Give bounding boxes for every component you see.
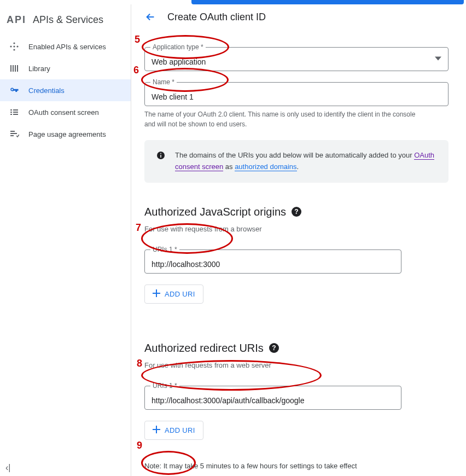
field-label: Name *: [150, 78, 177, 86]
sidebar-item-page-usage[interactable]: Page usage agreements: [0, 123, 131, 145]
key-icon: [9, 85, 20, 96]
agreements-icon: [9, 129, 20, 140]
info-banner: The domains of the URIs you add below wi…: [144, 140, 448, 183]
diamond-icon: [9, 41, 20, 52]
info-text-pre: The domains of the URIs you add below wi…: [175, 151, 414, 159]
svg-rect-15: [10, 131, 15, 132]
svg-point-1: [10, 45, 11, 47]
svg-rect-9: [10, 109, 12, 111]
field-label: URIs 1 *: [150, 246, 179, 253]
svg-rect-19: [160, 155, 161, 158]
redirect-uri-input[interactable]: [152, 396, 394, 405]
svg-rect-6: [13, 65, 14, 72]
svg-rect-13: [10, 114, 12, 115]
sidebar-item-credentials[interactable]: Credentials: [0, 79, 131, 101]
sidebar-item-label: OAuth consent screen: [28, 108, 99, 117]
plus-icon: [153, 426, 160, 435]
svg-point-2: [16, 45, 18, 47]
name-input[interactable]: [152, 92, 441, 101]
help-icon[interactable]: ?: [269, 343, 279, 353]
sidebar-title: APIs & Services: [33, 14, 103, 26]
add-uri-label: ADD URI: [165, 290, 195, 298]
back-arrow-icon[interactable]: [144, 11, 156, 23]
add-uri-label: ADD URI: [165, 426, 195, 434]
svg-rect-7: [15, 65, 16, 72]
add-redirect-uri-button[interactable]: ADD URI: [144, 421, 203, 440]
redirect-uri-field[interactable]: URIs 1 *: [144, 386, 401, 410]
field-label: Application type *: [150, 43, 206, 51]
name-field-wrap: Name * The name of your OAuth 2.0 client…: [144, 82, 448, 129]
svg-rect-14: [13, 114, 18, 115]
collapse-sidebar-icon[interactable]: ‹|: [5, 463, 10, 473]
svg-rect-10: [13, 109, 18, 111]
redirect-uris-desc: For use with requests from a web server: [144, 361, 448, 369]
svg-point-4: [13, 45, 15, 47]
svg-point-3: [13, 49, 15, 50]
authorized-domains-link[interactable]: authorized domains: [235, 162, 296, 171]
sidebar-header: API APIs & Services: [0, 8, 131, 36]
js-origin-uri-field[interactable]: URIs 1 *: [144, 249, 401, 274]
consent-icon: [9, 107, 20, 118]
svg-point-20: [160, 153, 161, 154]
svg-rect-17: [10, 135, 14, 136]
section-title: Authorized redirect URIs: [144, 342, 264, 355]
help-icon[interactable]: ?: [292, 207, 301, 217]
sidebar-item-label: Page usage agreements: [28, 130, 106, 138]
section-title: Authorized JavaScript origins: [144, 206, 286, 218]
chevron-down-icon: [435, 55, 441, 63]
sidebar-item-enabled-apis[interactable]: Enabled APIs & services: [0, 36, 131, 57]
field-label: URIs 1 *: [150, 382, 179, 390]
info-text-post: .: [297, 162, 299, 171]
add-js-uri-button[interactable]: ADD URI: [144, 285, 203, 304]
page-title: Create OAuth client ID: [167, 11, 266, 23]
js-origin-uri-input[interactable]: [152, 260, 394, 269]
sidebar: API APIs & Services Enabled APIs & servi…: [0, 4, 131, 476]
main-content: Create OAuth client ID Application type …: [131, 4, 466, 476]
sidebar-item-label: Enabled APIs & services: [28, 43, 106, 51]
redirect-uris-heading: Authorized redirect URIs ?: [144, 342, 448, 355]
svg-rect-5: [10, 65, 11, 72]
sidebar-item-label: Credentials: [28, 86, 65, 95]
api-logo-icon: API: [7, 14, 26, 26]
svg-point-0: [13, 42, 15, 44]
sidebar-item-oauth-consent[interactable]: OAuth consent screen: [0, 101, 131, 123]
name-helper-text: The name of your OAuth 2.0 client. This …: [144, 109, 418, 129]
js-origins-desc: For use with requests from a browser: [144, 225, 448, 233]
svg-rect-16: [10, 133, 17, 134]
sidebar-item-library[interactable]: Library: [0, 57, 131, 79]
svg-rect-11: [10, 112, 12, 113]
settings-note: Note: It may take 5 minutes to a few hou…: [144, 462, 448, 470]
svg-rect-8: [17, 65, 18, 72]
page-header: Create OAuth client ID: [144, 8, 448, 32]
plus-icon: [153, 289, 160, 299]
info-text-mid: as: [223, 162, 235, 171]
library-icon: [9, 63, 20, 74]
application-type-value: Web application: [152, 57, 441, 66]
info-icon: [156, 151, 165, 164]
application-type-field[interactable]: Application type * Web application: [144, 47, 448, 71]
svg-rect-12: [13, 112, 18, 113]
js-origins-heading: Authorized JavaScript origins ?: [144, 206, 448, 218]
top-blue-bar: [191, 0, 464, 4]
name-field[interactable]: Name *: [144, 82, 448, 106]
sidebar-item-label: Library: [28, 65, 50, 73]
